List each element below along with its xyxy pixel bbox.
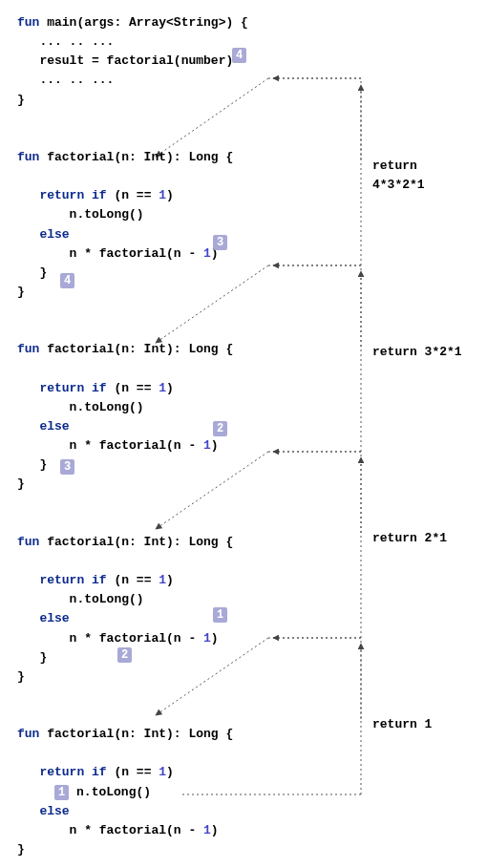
- fact1-close-inner: }: [17, 264, 470, 283]
- literal-one: 1: [203, 631, 211, 646]
- spacer: [17, 495, 470, 514]
- main-close: }: [17, 91, 470, 110]
- fact2-close-outer: }: [17, 475, 470, 494]
- keyword-return-if: return if: [39, 573, 106, 587]
- diagram-stage: fun main(args: Array<String>) { ... .. .…: [17, 13, 470, 859]
- rec-close: ): [211, 823, 219, 837]
- spacer: [17, 552, 470, 571]
- main-signature: fun main(args: Array<String>) {: [17, 13, 470, 32]
- annotation-return-1: return 4*3*2*1: [372, 157, 470, 195]
- badge-2-ret: 3: [60, 459, 74, 475]
- fact-base-recursive: n * factorial(n - 1): [17, 821, 470, 840]
- spacer: [17, 302, 470, 321]
- literal-one: 1: [159, 765, 166, 779]
- fact2-tolong: n.toLong(): [17, 398, 470, 417]
- literal-one: 1: [159, 573, 166, 587]
- literal-one: 1: [159, 188, 166, 202]
- rec-prefix: n * factorial(n -: [17, 631, 203, 646]
- code-listing: fun main(args: Array<String>) { ... .. .…: [17, 13, 470, 859]
- cond-open: (n ==: [107, 573, 159, 587]
- fact-sig-rest: factorial(n: Int): Long {: [39, 727, 233, 741]
- literal-one: 1: [203, 823, 211, 837]
- fact3-recursive: n * factorial(n - 1): [17, 629, 470, 648]
- fact-sig-rest: factorial(n: Int): Long {: [39, 342, 233, 356]
- keyword-else: else: [39, 804, 69, 818]
- keyword-fun: fun: [17, 342, 39, 356]
- fact2-recursive: n * factorial(n - 1): [17, 436, 470, 455]
- cond-close: ): [166, 765, 174, 779]
- fact3-else: else: [17, 609, 470, 628]
- fact3-close-inner: }: [17, 648, 470, 667]
- fact1-close-outer: }: [17, 283, 470, 302]
- badge-1-arg: 3: [213, 235, 227, 250]
- literal-one: 1: [203, 246, 211, 261]
- spacer: [17, 360, 470, 379]
- fact1-else: else: [17, 225, 470, 244]
- spacer: [17, 687, 470, 706]
- badge-3-ret: 2: [117, 647, 132, 663]
- cond-close: ): [166, 573, 174, 587]
- keyword-return-if: return if: [39, 188, 106, 202]
- fact-base-tolong-line: 1 n.toLong(): [17, 783, 470, 802]
- keyword-else: else: [39, 227, 69, 242]
- rec-prefix: n * factorial(n -: [17, 246, 203, 261]
- badge-base-ret: 1: [54, 785, 69, 800]
- badge-1-ret: 4: [60, 273, 74, 288]
- keyword-else: else: [39, 611, 69, 625]
- fact-sig-rest: factorial(n: Int): Long {: [39, 535, 233, 549]
- spacer: [17, 744, 470, 763]
- rec-prefix: n * factorial(n -: [17, 438, 203, 453]
- annotation-return-3: return 2*1: [372, 529, 447, 548]
- fact2-close-inner: }: [17, 455, 470, 475]
- spacer: [17, 129, 470, 148]
- cond-open: (n ==: [107, 188, 159, 202]
- keyword-fun: fun: [17, 150, 39, 164]
- keyword-else: else: [39, 419, 69, 434]
- fact-base-return-if: return if (n == 1): [17, 763, 470, 782]
- rec-close: ): [211, 438, 219, 453]
- fact-base-close: }: [17, 840, 470, 859]
- fact3-close-outer: }: [17, 667, 470, 687]
- fact2-return-if: return if (n == 1): [17, 379, 470, 398]
- spacer: [17, 321, 470, 340]
- fact1-recursive: n * factorial(n - 1): [17, 244, 470, 264]
- badge-3-arg: 1: [213, 607, 227, 623]
- fact1-tolong: n.toLong(): [17, 205, 470, 224]
- badge-main-arg: 4: [232, 48, 246, 63]
- keyword-fun: fun: [17, 535, 39, 549]
- cond-close: ): [166, 188, 174, 202]
- fact-base-tolong: n.toLong(): [76, 785, 151, 799]
- fact3-return-if: return if (n == 1): [17, 571, 470, 590]
- cond-open: (n ==: [107, 381, 159, 395]
- main-dots-2: ... .. ...: [17, 71, 470, 90]
- keyword-fun: fun: [17, 727, 39, 741]
- spacer: [17, 110, 470, 129]
- badge-2-arg: 2: [213, 421, 227, 436]
- fact2-else: else: [17, 417, 470, 436]
- literal-one: 1: [159, 381, 166, 395]
- cond-open: (n ==: [107, 765, 159, 779]
- fact-base-else: else: [17, 802, 470, 821]
- cond-close: ): [166, 381, 174, 395]
- keyword-return-if: return if: [39, 765, 106, 779]
- literal-one: 1: [203, 438, 211, 453]
- annotation-return-2: return 3*2*1: [372, 343, 462, 362]
- keyword-fun: fun: [17, 15, 39, 30]
- fact3-tolong: n.toLong(): [17, 590, 470, 609]
- keyword-return-if: return if: [39, 381, 106, 395]
- rec-prefix: n * factorial(n -: [17, 823, 203, 837]
- rec-close: ): [211, 631, 219, 646]
- annotation-return-base: return 1: [372, 715, 432, 734]
- fact-sig-rest: factorial(n: Int): Long {: [39, 150, 233, 164]
- main-sig-rest: main(args: Array<String>) {: [39, 15, 247, 30]
